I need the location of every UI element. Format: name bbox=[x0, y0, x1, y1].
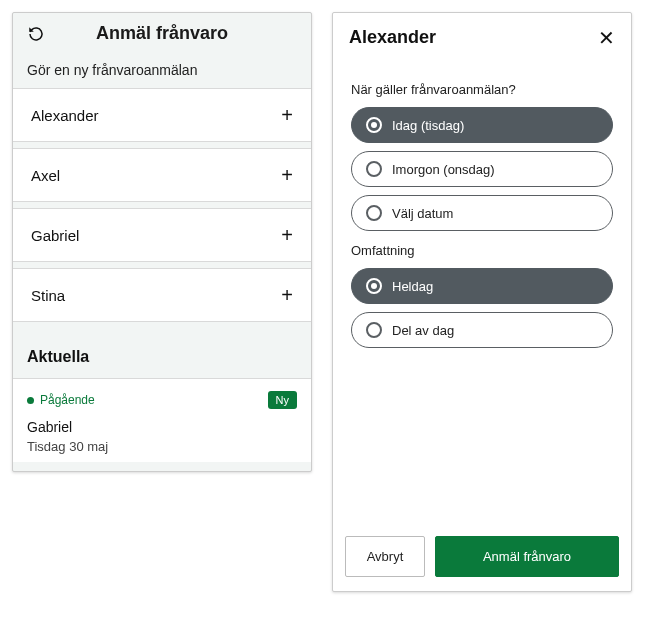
current-heading: Aktuella bbox=[13, 328, 311, 378]
list-panel: Anmäl frånvaro Gör en ny frånvaroanmälan… bbox=[12, 12, 312, 472]
new-report-label: Gör en ny frånvaroanmälan bbox=[13, 58, 311, 88]
when-option-tomorrow[interactable]: Imorgon (onsdag) bbox=[351, 151, 613, 187]
student-name: Alexander bbox=[31, 107, 99, 124]
cancel-button[interactable]: Avbryt bbox=[345, 536, 425, 577]
status-dot-icon bbox=[27, 397, 34, 404]
radio-icon bbox=[366, 117, 382, 133]
scope-option-partday[interactable]: Del av dag bbox=[351, 312, 613, 348]
radio-icon bbox=[366, 322, 382, 338]
radio-icon bbox=[366, 278, 382, 294]
student-item-axel[interactable]: Axel + bbox=[13, 148, 311, 202]
student-item-gabriel[interactable]: Gabriel + bbox=[13, 208, 311, 262]
plus-icon: + bbox=[281, 225, 293, 245]
student-name: Gabriel bbox=[31, 227, 79, 244]
current-absence-card[interactable]: Pågående Ny Gabriel Tisdag 30 maj bbox=[13, 378, 311, 462]
student-name: Stina bbox=[31, 287, 65, 304]
close-icon[interactable]: ✕ bbox=[598, 28, 615, 48]
option-label: Heldag bbox=[392, 279, 433, 294]
radio-icon bbox=[366, 161, 382, 177]
radio-icon bbox=[366, 205, 382, 221]
option-label: Del av dag bbox=[392, 323, 454, 338]
status-text: Pågående bbox=[40, 393, 95, 407]
footer: Avbryt Anmäl frånvaro bbox=[333, 526, 631, 591]
student-name: Axel bbox=[31, 167, 60, 184]
option-label: Välj datum bbox=[392, 206, 453, 221]
page-title: Anmäl frånvaro bbox=[27, 23, 297, 44]
scope-option-fullday[interactable]: Heldag bbox=[351, 268, 613, 304]
current-date: Tisdag 30 maj bbox=[27, 439, 297, 454]
student-item-stina[interactable]: Stina + bbox=[13, 268, 311, 322]
form-body: När gäller frånvaroanmälan? Idag (tisdag… bbox=[333, 64, 631, 526]
current-name: Gabriel bbox=[27, 419, 297, 435]
when-option-pick-date[interactable]: Välj datum bbox=[351, 195, 613, 231]
option-label: Imorgon (onsdag) bbox=[392, 162, 495, 177]
student-list: Alexander + Axel + Gabriel + Stina + bbox=[13, 88, 311, 328]
plus-icon: + bbox=[281, 105, 293, 125]
status-left: Pågående bbox=[27, 393, 95, 407]
option-label: Idag (tisdag) bbox=[392, 118, 464, 133]
scope-label: Omfattning bbox=[351, 243, 613, 258]
when-option-today[interactable]: Idag (tisdag) bbox=[351, 107, 613, 143]
status-badge: Ny bbox=[268, 391, 297, 409]
detail-panel: Alexander ✕ När gäller frånvaroanmälan? … bbox=[332, 12, 632, 592]
when-label: När gäller frånvaroanmälan? bbox=[351, 82, 613, 97]
detail-title: Alexander bbox=[349, 27, 436, 48]
plus-icon: + bbox=[281, 165, 293, 185]
plus-icon: + bbox=[281, 285, 293, 305]
student-item-alexander[interactable]: Alexander + bbox=[13, 88, 311, 142]
left-header: Anmäl frånvaro bbox=[13, 13, 311, 58]
submit-button[interactable]: Anmäl frånvaro bbox=[435, 536, 619, 577]
status-row: Pågående Ny bbox=[27, 391, 297, 409]
right-header: Alexander ✕ bbox=[333, 13, 631, 64]
